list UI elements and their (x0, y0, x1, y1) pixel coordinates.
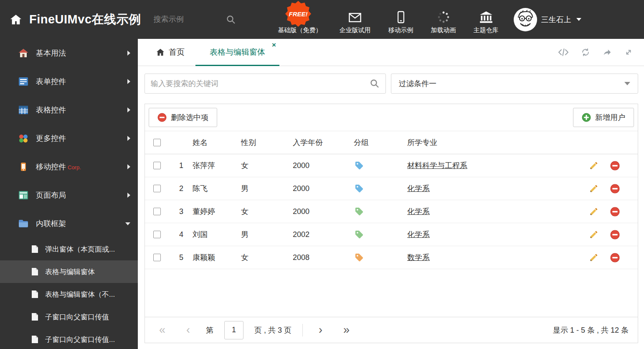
tab-grid-edit-window[interactable]: 表格与编辑窗体 × (195, 39, 279, 66)
page-number-input[interactable] (224, 321, 243, 339)
cell-year: 2008 (293, 253, 354, 262)
delete-row-icon[interactable] (610, 161, 638, 171)
next-page-button[interactable]: › (314, 324, 327, 336)
edit-pencil-icon[interactable] (589, 253, 610, 262)
cell-year: 2000 (293, 161, 354, 170)
nav-theme-store[interactable]: 主题仓库 (474, 5, 499, 34)
sidebar-subitem-label: 弹出窗体（本页面或... (45, 245, 115, 254)
file-icon (31, 267, 38, 276)
sidebar-item-more-controls[interactable]: 更多控件 (0, 124, 138, 153)
table-row: 1 张萍萍 女 2000 材料科学与工程系 (145, 154, 638, 177)
share-forward-icon[interactable] (602, 48, 612, 57)
nav-loading-animations[interactable]: 加载动画 (431, 5, 456, 34)
chevron-down-icon (125, 222, 130, 225)
corp-badge: Corp. (68, 164, 81, 171)
table-row: 3 董婷婷 女 2000 化学系 (145, 200, 638, 223)
major-link[interactable]: 化学系 (407, 207, 430, 216)
plus-circle-icon (582, 113, 591, 122)
top-header: FineUIMvc在线示例 FREE! 基础版（免费） 企业版试用 (0, 0, 644, 39)
filter-dropdown-value: 过滤条件一 (399, 79, 436, 89)
sidebar-subitem-child-to-parent-2[interactable]: 子窗口向父窗口传值... (0, 328, 138, 349)
nav-enterprise-trial[interactable]: 企业版试用 (340, 5, 371, 34)
search-icon[interactable] (226, 15, 236, 25)
file-icon (31, 290, 38, 298)
col-header-year[interactable]: 入学年份 (293, 138, 354, 148)
row-checkbox[interactable] (153, 231, 161, 238)
filter-dropdown[interactable]: 过滤条件一 (391, 74, 638, 94)
sidebar-subitem-grid-edit-window[interactable]: 表格与编辑窗体 (0, 260, 138, 283)
sidebar-submenu: 弹出窗体（本页面或... 表格与编辑窗体 表格与编辑窗体（不... (0, 238, 138, 349)
sidebar-item-page-layout[interactable]: 页面布局 (0, 181, 138, 209)
tab-home[interactable]: 首页 (145, 39, 195, 66)
row-checkbox[interactable] (153, 162, 161, 169)
prev-page-button[interactable]: ‹ (181, 324, 195, 336)
record-summary: 显示 1 - 5 条 , 共 12 条 (553, 325, 629, 335)
edit-pencil-icon[interactable] (589, 184, 610, 193)
keyword-search-input[interactable] (151, 79, 370, 88)
avatar (514, 8, 537, 31)
refresh-icon[interactable] (581, 48, 591, 57)
top-search-input[interactable] (154, 15, 223, 24)
sidebar-item-label: 移动控件 (36, 162, 66, 172)
table-icon (18, 105, 28, 115)
tab-label: 首页 (169, 47, 185, 58)
edit-pencil-icon[interactable] (589, 230, 610, 239)
col-header-group[interactable]: 分组 (354, 138, 407, 148)
sidebar-subitem-grid-edit-window-2[interactable]: 表格与编辑窗体（不... (0, 283, 138, 306)
major-link[interactable]: 化学系 (407, 230, 430, 239)
nav-mobile-demo[interactable]: 移动示例 (388, 5, 413, 34)
cell-major: 化学系 (407, 229, 589, 239)
user-menu[interactable]: 三生石上 (514, 8, 581, 31)
add-user-button[interactable]: 新增用户 (573, 108, 634, 127)
sidebar-subitem-child-to-parent[interactable]: 子窗口向父窗口传值 (0, 306, 138, 328)
page-suffix-label: 页 , 共 3 页 (254, 325, 292, 335)
first-page-button[interactable]: « (154, 324, 170, 336)
sidebar-item-label: 页面布局 (36, 190, 66, 200)
app-brand[interactable]: FineUIMvc在线示例 (9, 11, 141, 28)
sidebar-item-basic-usage[interactable]: 基本用法 (0, 39, 138, 67)
row-checkbox[interactable] (153, 254, 161, 261)
major-link[interactable]: 材料科学与工程系 (407, 161, 467, 170)
close-icon[interactable]: × (272, 41, 276, 48)
major-link[interactable]: 数学系 (407, 253, 430, 262)
search-icon[interactable] (370, 79, 380, 89)
button-label: 新增用户 (595, 112, 625, 122)
source-code-icon[interactable] (558, 48, 569, 57)
main-content: 首页 表格与编辑窗体 × (138, 39, 644, 349)
pagination-bar: « ‹ 第 页 , 共 3 页 › » 显示 1 - 5 条 , 共 12 条 (145, 317, 638, 343)
cell-year: 2000 (293, 207, 354, 216)
row-index: 2 (169, 184, 189, 193)
data-grid: 姓名 性别 入学年份 分组 所学专业 1 张萍萍 女 2000 (145, 131, 638, 269)
col-header-major[interactable]: 所学专业 (407, 138, 589, 148)
cell-group (354, 161, 407, 170)
delete-row-icon[interactable] (610, 230, 638, 239)
sidebar-item-form-controls[interactable]: 表单控件 (0, 67, 138, 96)
grid-panel: 删除选中项 新增用户 姓名 性别 入学年份 (145, 104, 638, 343)
sidebar-item-grid-controls[interactable]: 表格控件 (0, 96, 138, 124)
cell-group (354, 253, 407, 262)
edit-pencil-icon[interactable] (589, 207, 610, 216)
major-link[interactable]: 化学系 (407, 184, 430, 193)
sidebar-item-mobile-controls[interactable]: 移动控件 Corp. (0, 153, 138, 181)
file-icon (31, 313, 38, 321)
col-header-name[interactable]: 姓名 (189, 138, 241, 148)
row-checkbox[interactable] (153, 208, 161, 215)
expand-icon[interactable] (624, 48, 633, 57)
cell-gender: 男 (241, 183, 293, 194)
edit-pencil-icon[interactable] (589, 161, 610, 170)
select-all-checkbox[interactable] (153, 139, 161, 146)
row-checkbox[interactable] (153, 185, 161, 192)
delete-selected-button[interactable]: 删除选中项 (149, 108, 217, 127)
nav-label: 基础版（免费） (278, 26, 322, 34)
cell-major: 数学系 (407, 252, 589, 262)
sidebar-subitem-popup-window[interactable]: 弹出窗体（本页面或... (0, 238, 138, 260)
sidebar-item-inline-frame[interactable]: 内联框架 (0, 209, 138, 238)
last-page-button[interactable]: » (338, 324, 355, 336)
delete-row-icon[interactable] (610, 207, 638, 217)
cell-major: 化学系 (407, 183, 589, 194)
delete-row-icon[interactable] (610, 253, 638, 262)
phone-icon (18, 162, 28, 171)
top-search (154, 15, 241, 25)
delete-row-icon[interactable] (610, 184, 638, 194)
col-header-gender[interactable]: 性别 (241, 138, 293, 148)
